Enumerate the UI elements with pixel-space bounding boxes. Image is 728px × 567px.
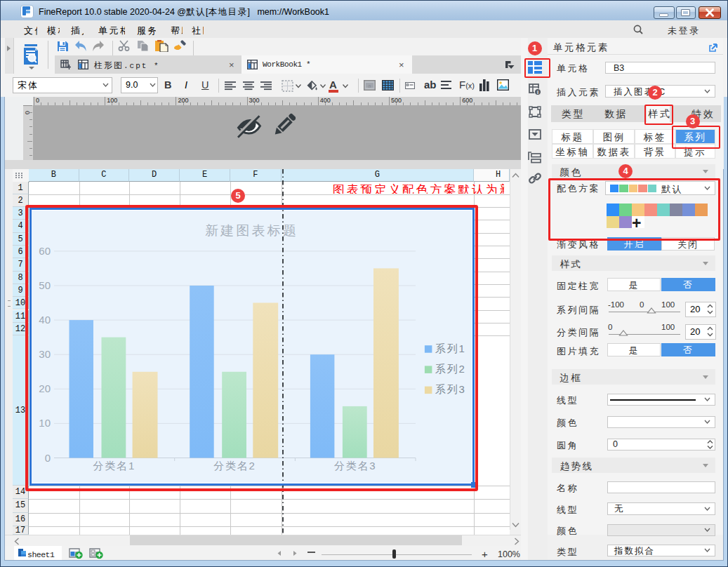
svg-text:a: a [368, 83, 371, 89]
svg-text:i: i [537, 89, 538, 95]
